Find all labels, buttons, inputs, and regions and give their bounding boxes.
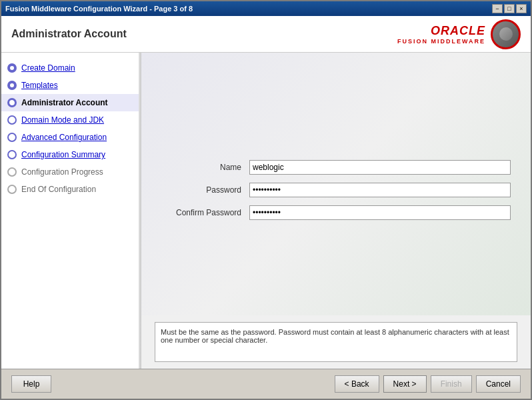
sidebar-label-domain-mode-jdk: Domain Mode and JDK	[21, 115, 104, 125]
input-confirm-password[interactable]	[249, 205, 511, 220]
bottom-bar: Help < Back Next > Finish Cancel	[1, 369, 531, 399]
form-container: Name Password Confirm Password	[161, 73, 511, 315]
label-confirm-password: Confirm Password	[161, 208, 241, 217]
sidebar-item-administrator-account[interactable]: Administrator Account	[1, 94, 141, 111]
label-name: Name	[161, 163, 241, 172]
finish-button[interactable]: Finish	[431, 375, 472, 393]
sidebar-label-end-of-configuration: End Of Configuration	[21, 185, 96, 194]
sidebar-label-templates: Templates	[21, 81, 58, 90]
label-password: Password	[161, 185, 241, 195]
step-icon-domain-mode-jdk	[7, 115, 17, 125]
step-icon-administrator-account	[7, 97, 17, 108]
info-section: Must be the same as the password. Passwo…	[141, 315, 531, 369]
sidebar-item-end-of-configuration: End Of Configuration	[1, 181, 141, 198]
input-password[interactable]	[249, 183, 511, 197]
minimize-button[interactable]: −	[492, 4, 503, 13]
main-window: Fusion Middleware Configuration Wizard -…	[0, 0, 532, 400]
info-message-box: Must be the same as the password. Passwo…	[155, 322, 517, 362]
sidebar-label-create-domain: Create Domain	[21, 63, 75, 73]
sidebar-item-configuration-summary[interactable]: Configuration Summary	[1, 146, 141, 163]
info-message-text: Must be the same as the password. Passwo…	[161, 328, 509, 344]
maximize-button[interactable]: □	[504, 4, 515, 13]
main-bg: Name Password Confirm Password	[141, 53, 531, 315]
close-button[interactable]: ×	[516, 4, 527, 13]
sidebar-item-create-domain[interactable]: Create Domain	[1, 59, 141, 77]
sidebar-label-advanced-configuration: Advanced Configuration	[21, 133, 107, 142]
content-area: Create Domain Templates Administrator Ac…	[1, 53, 531, 369]
oracle-brand-text: ORACLE	[431, 24, 485, 38]
sidebar-item-templates[interactable]: Templates	[1, 77, 141, 94]
input-name[interactable]	[249, 160, 511, 175]
navigation-buttons: < Back Next > Finish Cancel	[335, 375, 521, 393]
title-bar: Fusion Middleware Configuration Wizard -…	[1, 1, 531, 16]
page-title: Administrator Account	[11, 28, 127, 40]
window-controls: − □ ×	[492, 4, 527, 13]
oracle-sub-text: FUSION MIDDLEWARE	[397, 38, 485, 45]
cancel-button[interactable]: Cancel	[476, 375, 521, 393]
back-button[interactable]: < Back	[335, 375, 379, 393]
step-icon-configuration-summary	[7, 149, 17, 160]
step-icon-create-domain	[7, 63, 17, 73]
step-icon-configuration-progress	[7, 167, 17, 177]
oracle-icon-inner	[499, 27, 513, 41]
form-row-name: Name	[161, 160, 511, 175]
page-header: Administrator Account ORACLE FUSION MIDD…	[1, 16, 531, 53]
oracle-logo-area: ORACLE FUSION MIDDLEWARE	[397, 19, 521, 49]
help-button[interactable]: Help	[11, 375, 51, 393]
step-icon-templates	[7, 80, 17, 91]
step-icon-end-of-configuration	[7, 184, 17, 195]
right-panel: Name Password Confirm Password M	[141, 53, 531, 369]
form-row-password: Password	[161, 183, 511, 197]
oracle-logo: ORACLE FUSION MIDDLEWARE	[397, 24, 485, 45]
sidebar-label-configuration-summary: Configuration Summary	[21, 150, 105, 159]
form-row-confirm-password: Confirm Password	[161, 205, 511, 220]
sidebar-item-advanced-configuration[interactable]: Advanced Configuration	[1, 129, 141, 146]
sidebar: Create Domain Templates Administrator Ac…	[1, 53, 141, 369]
sidebar-item-domain-mode-jdk[interactable]: Domain Mode and JDK	[1, 111, 141, 129]
next-button[interactable]: Next >	[383, 375, 427, 393]
oracle-icon	[491, 19, 521, 49]
step-icon-advanced-configuration	[7, 132, 17, 143]
sidebar-label-configuration-progress: Configuration Progress	[21, 167, 103, 177]
sidebar-label-administrator-account: Administrator Account	[21, 98, 108, 107]
window-title: Fusion Middleware Configuration Wizard -…	[5, 5, 193, 13]
sidebar-item-configuration-progress: Configuration Progress	[1, 163, 141, 181]
